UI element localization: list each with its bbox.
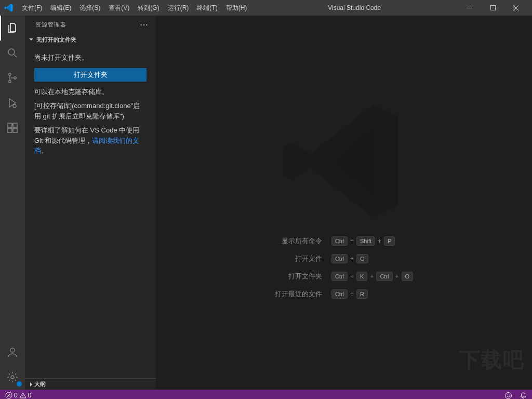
sidebar-more-icon[interactable]: ⋯ xyxy=(140,20,149,30)
clone-text: 可以在本地克隆存储库。 xyxy=(34,87,147,97)
activity-manage[interactable] xyxy=(0,365,25,390)
section-label: 无打开的文件夹 xyxy=(36,36,76,44)
menu-edit[interactable]: 编辑(E) xyxy=(46,0,75,16)
activity-bar xyxy=(0,16,25,390)
activity-source-control[interactable] xyxy=(0,65,25,90)
shortcut-label: 打开文件夹 xyxy=(275,272,322,281)
svg-point-12 xyxy=(11,376,14,379)
files-icon xyxy=(6,22,19,34)
keycap: P xyxy=(384,236,395,246)
activity-extensions[interactable] xyxy=(0,115,25,140)
menu-run[interactable]: 运行(R) xyxy=(164,0,193,16)
svg-rect-8 xyxy=(8,128,12,132)
run-debug-icon xyxy=(6,97,19,109)
svg-rect-10 xyxy=(13,123,17,127)
vscode-watermark-icon xyxy=(276,94,411,229)
sidebar-content: 尚未打开文件夹。 打开文件夹 可以在本地克隆存储库。 [可控存储库](comma… xyxy=(25,45,156,378)
keycap: K xyxy=(356,272,367,281)
no-folder-text: 尚未打开文件夹。 xyxy=(34,52,147,63)
minimize-button[interactable] xyxy=(458,0,481,16)
menu-go[interactable]: 转到(G) xyxy=(134,0,163,16)
plus-separator: + xyxy=(370,273,374,280)
chevron-right-icon xyxy=(28,381,34,388)
shortcut-label: 显示所有命令 xyxy=(275,236,322,246)
svg-point-4 xyxy=(9,81,11,83)
shortcut-label: 打开文件 xyxy=(275,254,322,263)
svg-rect-0 xyxy=(467,8,472,8)
search-icon xyxy=(6,47,19,59)
title-bar: 文件(F) 编辑(E) 选择(S) 查看(V) 转到(G) 运行(R) 终端(T… xyxy=(0,0,532,16)
keyboard-shortcuts: 显示所有命令Ctrl+Shift+P打开文件Ctrl+O打开文件夹Ctrl+K+… xyxy=(275,236,413,299)
menu-bar: 文件(F) 编辑(E) 选择(S) 查看(V) 转到(G) 运行(R) 终端(T… xyxy=(18,0,251,16)
clone-hint-text: [可控存储库](command:git.clone"启用 git 扩展后立即克隆… xyxy=(34,101,147,121)
activity-run-debug[interactable] xyxy=(0,90,25,115)
keycap: Ctrl xyxy=(331,254,348,263)
keycap: Shift xyxy=(356,236,375,246)
sidebar-title: 资源管理器 xyxy=(35,21,66,29)
plus-separator: + xyxy=(350,255,354,262)
status-notifications[interactable] xyxy=(520,392,527,399)
status-bar: 0 0 xyxy=(0,390,532,399)
svg-point-5 xyxy=(14,77,16,79)
svg-rect-1 xyxy=(490,6,495,10)
plus-separator: + xyxy=(350,290,354,298)
svg-point-16 xyxy=(509,394,510,395)
gear-icon xyxy=(6,371,19,383)
plus-separator: + xyxy=(378,237,381,245)
keycap: O xyxy=(402,272,414,281)
svg-point-15 xyxy=(507,394,508,395)
open-folder-button[interactable]: 打开文件夹 xyxy=(34,68,147,82)
menu-view[interactable]: 查看(V) xyxy=(104,0,134,16)
window-title: Visual Studio Code xyxy=(251,4,458,11)
close-button[interactable] xyxy=(504,0,528,16)
error-count: 0 xyxy=(14,392,18,399)
menu-file[interactable]: 文件(F) xyxy=(18,0,46,16)
status-feedback[interactable] xyxy=(504,392,512,400)
activity-explorer[interactable] xyxy=(0,16,25,41)
menu-selection[interactable]: 选择(S) xyxy=(75,0,104,16)
keycap: O xyxy=(356,254,368,263)
keycap: Ctrl xyxy=(331,289,348,299)
chevron-down-icon xyxy=(28,36,34,43)
maximize-button[interactable] xyxy=(481,0,504,16)
svg-point-2 xyxy=(8,49,15,55)
editor-area: 显示所有命令Ctrl+Shift+P打开文件Ctrl+O打开文件夹Ctrl+K+… xyxy=(156,16,532,390)
activity-accounts[interactable] xyxy=(0,340,25,365)
plus-separator: + xyxy=(350,237,354,245)
svg-point-14 xyxy=(506,392,512,398)
shortcut-keys: Ctrl+R xyxy=(331,289,413,299)
sidebar-header: 资源管理器 ⋯ xyxy=(25,16,156,34)
learn-more-text: 要详细了解如何在 VS Code 中使用 Git 和源代码管理，请阅读我们的文档… xyxy=(34,125,147,156)
plus-separator: + xyxy=(350,273,354,280)
sidebar: 资源管理器 ⋯ 无打开的文件夹 尚未打开文件夹。 打开文件夹 可以在本地克隆存储… xyxy=(25,16,156,390)
svg-point-11 xyxy=(10,348,15,352)
error-icon xyxy=(5,392,12,399)
update-badge-icon xyxy=(17,381,22,387)
vscode-logo-icon xyxy=(4,3,14,12)
keycap: Ctrl xyxy=(331,236,348,246)
svg-point-6 xyxy=(13,104,16,108)
source-control-icon xyxy=(6,72,19,84)
account-icon xyxy=(6,346,19,358)
plus-separator: + xyxy=(395,273,399,280)
menu-help[interactable]: 帮助(H) xyxy=(222,0,251,16)
status-problems[interactable]: 0 0 xyxy=(5,392,31,399)
shortcut-keys: Ctrl+Shift+P xyxy=(331,236,413,246)
bell-icon xyxy=(520,392,527,399)
shortcut-keys: Ctrl+O xyxy=(331,254,413,263)
activity-search[interactable] xyxy=(0,41,25,65)
shortcut-label: 打开最近的文件 xyxy=(275,289,322,299)
keycap: Ctrl xyxy=(331,272,348,281)
shortcut-keys: Ctrl+K+Ctrl+O xyxy=(331,272,413,281)
extensions-icon xyxy=(6,122,19,134)
outline-label: 大纲 xyxy=(34,380,46,388)
sidebar-section-nofolder[interactable]: 无打开的文件夹 xyxy=(25,34,156,45)
learn-more-end: 。 xyxy=(41,147,48,154)
page-watermark: 下载吧 xyxy=(459,345,525,374)
svg-rect-7 xyxy=(8,123,12,127)
feedback-icon xyxy=(504,392,512,400)
sidebar-section-outline[interactable]: 大纲 xyxy=(25,378,156,390)
svg-rect-9 xyxy=(13,128,17,132)
keycap: R xyxy=(356,289,368,299)
menu-terminal[interactable]: 终端(T) xyxy=(193,0,221,16)
